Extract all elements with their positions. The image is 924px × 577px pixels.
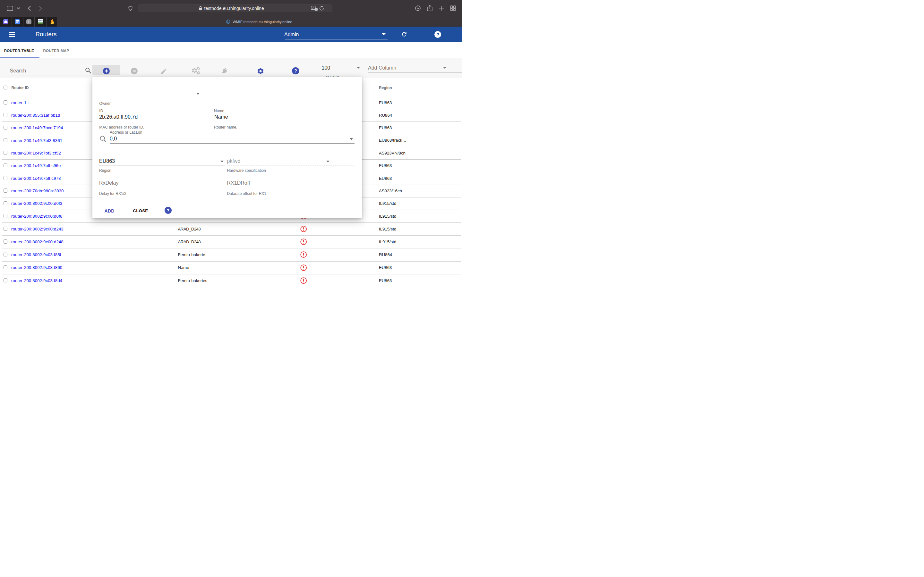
svg-text:A: A	[312, 6, 314, 10]
svg-text:x: x	[315, 8, 317, 11]
